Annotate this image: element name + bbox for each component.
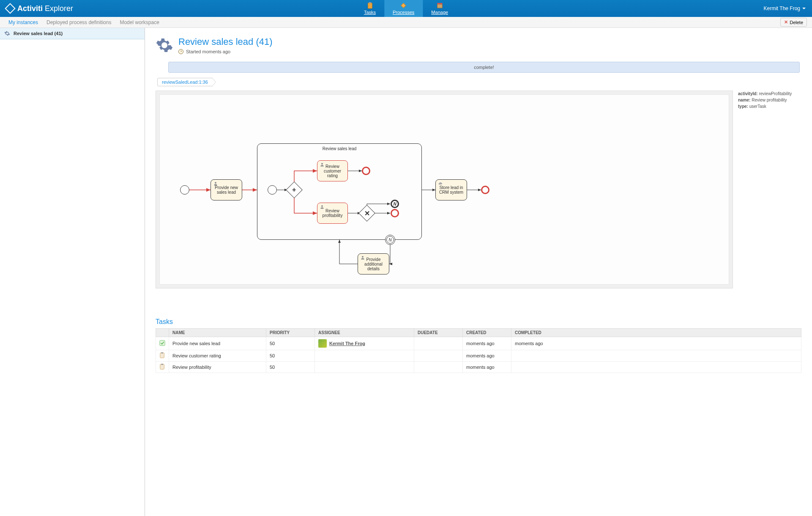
bpmn-start-event-inner[interactable]: [268, 185, 277, 195]
delete-label: Delete: [790, 20, 803, 25]
bpmn-start-event[interactable]: [180, 185, 189, 195]
svg-rect-19: [160, 364, 164, 369]
task-status-cell: [156, 350, 169, 362]
task-created: moments ago: [463, 350, 511, 362]
col-created: CREATED: [463, 329, 511, 337]
sidebar-item-instance[interactable]: Review sales lead (41): [0, 28, 145, 39]
svg-rect-1: [369, 2, 371, 3]
sidebar: Review sales lead (41): [0, 28, 145, 516]
col-duedate: DUEDATE: [414, 329, 463, 337]
svg-point-15: [362, 256, 364, 258]
bpmn-task-label: Provide new sales lead: [213, 185, 240, 195]
diagram-meta: activityId: reviewProfitability name: Re…: [738, 91, 801, 288]
svg-rect-17: [160, 353, 164, 358]
tasks-table: NAME PRIORITY ASSIGNEE DUEDATE CREATED C…: [156, 328, 801, 373]
diagram-inner[interactable]: Provide new sales lead Review sales lead…: [159, 94, 729, 285]
task-status-cell: [156, 362, 169, 373]
nav-item-label: Manage: [431, 10, 448, 15]
meta-label: activityId:: [738, 91, 758, 96]
task-priority: 50: [266, 350, 315, 362]
diamond-icon: [400, 2, 407, 9]
subnav-deployed-definitions[interactable]: Deployed process definitions: [42, 19, 115, 25]
bpmn-task-store-crm[interactable]: Store lead in CRM system: [435, 179, 467, 200]
user-icon: [213, 181, 218, 186]
table-row[interactable]: Review customer rating50moments ago: [156, 350, 801, 362]
tasks-section: Tasks NAME PRIORITY ASSIGNEE DUEDATE CRE…: [156, 318, 801, 373]
svg-point-13: [321, 163, 323, 165]
clipboard-icon: [366, 2, 373, 9]
bpmn-end-event[interactable]: [391, 209, 399, 217]
bpmn-subprocess-label: Review sales lead: [257, 146, 421, 151]
app-header: Activiti Explorer Tasks Processes Manage…: [0, 0, 812, 17]
task-name: Review profitability: [169, 362, 266, 373]
breadcrumb[interactable]: reviewSaledLead:1:36: [157, 78, 213, 86]
gear-icon: [156, 36, 173, 54]
clock-icon: [178, 49, 183, 54]
svg-rect-16: [160, 340, 165, 346]
bpmn-end-event-final[interactable]: [481, 186, 489, 194]
meta-value: reviewProfitability: [759, 91, 792, 96]
logo: Activiti Explorer: [6, 4, 73, 13]
col-assignee: ASSIGNEE: [315, 329, 414, 337]
breadcrumb-row: reviewSaledLead:1:36: [156, 78, 801, 86]
task-assignee: [315, 350, 414, 362]
nav-item-label: Tasks: [364, 10, 376, 15]
main-layout: Review sales lead (41) Review sales lead…: [0, 28, 812, 516]
logo-text-light: Explorer: [45, 4, 73, 13]
nav-tasks[interactable]: Tasks: [355, 0, 384, 17]
svg-rect-18: [161, 352, 163, 354]
meta-label: type:: [738, 104, 748, 109]
nav-item-label: Processes: [393, 10, 414, 15]
bpmn-end-event[interactable]: [362, 167, 370, 175]
bpmn-task-provide-new[interactable]: Provide new sales lead: [211, 179, 242, 200]
meta-value: Review profitability: [752, 98, 787, 102]
bpmn-signal-end-event[interactable]: N: [391, 200, 399, 208]
col-priority: PRIORITY: [266, 329, 315, 337]
task-created: moments ago: [463, 362, 511, 373]
task-duedate: [414, 350, 463, 362]
bpmn-task-review-profit[interactable]: Review profitability: [317, 203, 348, 224]
col-completed: COMPLETED: [511, 329, 801, 337]
svg-point-14: [321, 205, 323, 207]
user-icon: [361, 255, 365, 260]
bpmn-task-label: Store lead in CRM system: [437, 185, 465, 195]
task-duedate: [414, 337, 463, 350]
task-completed: moments ago: [511, 337, 801, 350]
subnav-model-workspace[interactable]: Model workspace: [115, 19, 163, 25]
delete-button[interactable]: ✕ Delete: [780, 18, 807, 27]
user-name: Kermit The Frog: [764, 5, 800, 11]
bpmn-task-review-customer[interactable]: Review customer rating: [317, 160, 348, 181]
svg-rect-2: [401, 3, 406, 8]
col-name: NAME: [169, 329, 266, 337]
avatar: [318, 339, 327, 348]
started-text: Started moments ago: [186, 49, 230, 54]
content: Review sales lead (41) Started moments a…: [145, 28, 812, 516]
svg-rect-3: [437, 4, 442, 8]
diagram-canvas: Provide new sales lead Review sales lead…: [156, 91, 733, 288]
svg-rect-0: [368, 3, 372, 8]
tasks-title: Tasks: [156, 318, 801, 326]
bpmn-subprocess[interactable]: Review sales lead: [257, 143, 422, 240]
task-name: Provide new sales lead: [169, 337, 266, 350]
user-menu[interactable]: Kermit The Frog: [764, 5, 806, 11]
subnav: My instances Deployed process definition…: [0, 17, 812, 28]
bpmn-boundary-event[interactable]: N: [385, 235, 395, 245]
title-block: Review sales lead (41) Started moments a…: [178, 36, 273, 54]
diagram-section: Provide new sales lead Review sales lead…: [156, 91, 801, 288]
nav-manage[interactable]: Manage: [423, 0, 457, 17]
table-row[interactable]: Provide new sales lead50Kermit The Frogm…: [156, 337, 801, 350]
table-row[interactable]: Review profitability50moments ago: [156, 362, 801, 373]
task-created: moments ago: [463, 337, 511, 350]
task-duedate: [414, 362, 463, 373]
assignee-link[interactable]: Kermit The Frog: [329, 341, 365, 346]
user-icon: [320, 205, 324, 209]
task-name: Review customer rating: [169, 350, 266, 362]
bpmn-task-provide-additional[interactable]: Provide additional details: [358, 253, 389, 274]
task-assignee: Kermit The Frog: [315, 337, 414, 350]
title-subtitle: Started moments ago: [178, 49, 273, 54]
task-priority: 50: [266, 362, 315, 373]
logo-icon: [5, 3, 15, 14]
subnav-my-instances[interactable]: My instances: [4, 19, 42, 25]
box-icon: [436, 2, 443, 9]
nav-processes[interactable]: Processes: [384, 0, 423, 17]
